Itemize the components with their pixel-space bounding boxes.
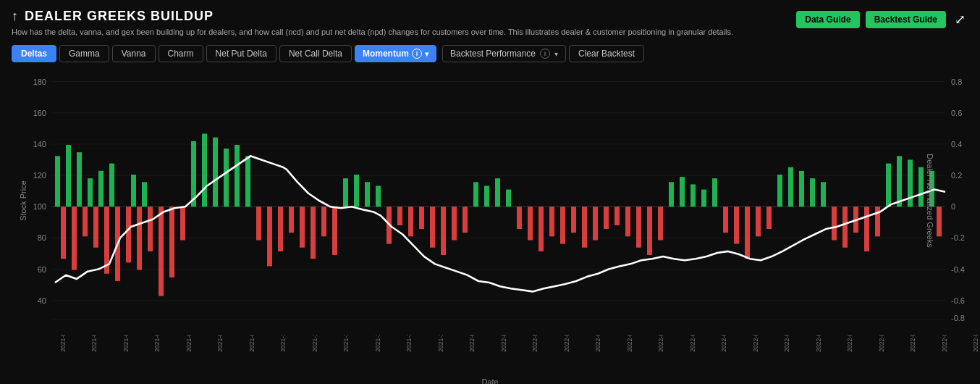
svg-rect-56 <box>300 207 305 249</box>
tab-net-call-delta[interactable]: Net Call Delta <box>279 45 352 62</box>
svg-text:-0.2: -0.2 <box>951 234 965 243</box>
svg-rect-115 <box>937 207 942 237</box>
y-right-axis-label: Dealer Normalized Greeks <box>926 154 934 249</box>
svg-rect-29 <box>88 179 93 207</box>
data-guide-button[interactable]: Data Guide <box>796 11 859 28</box>
svg-rect-100 <box>777 175 782 206</box>
svg-rect-60 <box>343 179 348 207</box>
backtest-label: Backtest Performance <box>450 49 536 59</box>
svg-rect-88 <box>647 207 652 256</box>
page-header: ↑ DEALER GREEKS BUILDUP How has the delt… <box>0 0 980 41</box>
clear-backtest-button[interactable]: Clear Backtest <box>569 45 644 62</box>
x-axis-labels: 2021-07-02 2021-07-19 2021-08-02 2021-08… <box>0 335 980 376</box>
tab-momentum[interactable]: Momentum i ▾ <box>355 45 436 62</box>
svg-rect-66 <box>408 207 413 237</box>
svg-rect-84 <box>604 207 609 230</box>
svg-rect-87 <box>636 207 641 249</box>
svg-rect-102 <box>799 171 804 206</box>
svg-rect-58 <box>321 207 326 237</box>
page-title: ↑ DEALER GREEKS BUILDUP <box>12 9 796 24</box>
tab-deltas[interactable]: Deltas <box>12 45 56 62</box>
svg-rect-76 <box>517 207 522 230</box>
svg-rect-40 <box>126 207 131 263</box>
tab-net-put-delta[interactable]: Net Put Delta <box>206 45 276 62</box>
svg-rect-36 <box>83 207 88 237</box>
svg-rect-26 <box>55 156 60 207</box>
svg-rect-55 <box>289 207 294 233</box>
momentum-chevron-icon: ▾ <box>425 50 428 58</box>
svg-text:0: 0 <box>951 203 955 212</box>
svg-rect-35 <box>72 207 77 270</box>
svg-rect-34 <box>61 207 66 259</box>
svg-rect-97 <box>745 207 750 259</box>
svg-rect-52 <box>256 207 261 241</box>
svg-rect-65 <box>397 207 402 226</box>
svg-text:160: 160 <box>33 109 46 117</box>
tab-gamma[interactable]: Gamma <box>59 45 109 62</box>
svg-rect-48 <box>213 138 218 207</box>
svg-rect-73 <box>484 186 489 207</box>
svg-rect-53 <box>267 207 272 267</box>
momentum-label: Momentum <box>363 49 409 59</box>
svg-text:180: 180 <box>33 78 46 86</box>
svg-rect-30 <box>98 171 104 206</box>
svg-rect-81 <box>571 207 576 233</box>
subtitle-text: How has the delta, vanna, and gex been b… <box>12 27 796 38</box>
svg-rect-78 <box>538 207 544 252</box>
svg-rect-43 <box>159 207 164 296</box>
backtest-guide-button[interactable]: Backtest Guide <box>866 11 946 28</box>
expand-button[interactable]: ⤢ <box>952 9 968 30</box>
svg-rect-63 <box>376 186 381 207</box>
svg-text:0.2: 0.2 <box>951 171 962 180</box>
svg-text:-0.4: -0.4 <box>951 265 965 274</box>
svg-rect-28 <box>77 153 82 207</box>
title-text: DEALER GREEKS BUILDUP <box>25 9 214 24</box>
tab-vanna[interactable]: Vanna <box>112 45 156 62</box>
svg-rect-94 <box>712 179 717 207</box>
svg-rect-75 <box>506 190 511 207</box>
svg-rect-42 <box>148 207 153 252</box>
svg-rect-83 <box>593 207 598 241</box>
x-label-29: 2022-08-26 <box>972 335 980 352</box>
svg-rect-99 <box>766 207 772 230</box>
svg-rect-92 <box>690 185 696 207</box>
svg-text:60: 60 <box>38 265 46 274</box>
svg-rect-82 <box>582 207 587 249</box>
svg-rect-57 <box>311 207 316 259</box>
momentum-info-icon: i <box>412 49 422 59</box>
svg-rect-68 <box>430 207 435 249</box>
svg-rect-45 <box>180 207 185 241</box>
svg-text:0.4: 0.4 <box>951 140 962 149</box>
svg-rect-106 <box>842 207 848 249</box>
svg-text:100: 100 <box>33 203 46 212</box>
svg-rect-62 <box>365 183 370 207</box>
svg-rect-31 <box>109 164 114 207</box>
svg-text:0.8: 0.8 <box>951 78 962 86</box>
svg-rect-90 <box>669 183 674 207</box>
tab-charm[interactable]: Charm <box>159 45 203 62</box>
backtest-chevron-icon: ▾ <box>554 50 558 58</box>
svg-rect-91 <box>680 178 685 207</box>
svg-rect-105 <box>832 207 837 241</box>
backtest-info-icon: i <box>540 49 550 59</box>
svg-rect-80 <box>560 207 565 244</box>
svg-rect-86 <box>625 207 630 237</box>
svg-rect-79 <box>549 207 554 237</box>
svg-rect-112 <box>908 160 913 207</box>
svg-text:140: 140 <box>33 140 46 149</box>
tab-bar: Deltas Gamma Vanna Charm Net Put Delta N… <box>0 41 980 67</box>
svg-rect-110 <box>886 164 891 207</box>
svg-rect-51 <box>245 156 250 207</box>
svg-rect-103 <box>810 179 815 207</box>
chart-container: Stock Price Dealer Normalized Greeks 180… <box>0 67 980 335</box>
svg-rect-95 <box>723 207 728 233</box>
y-left-axis-label: Stock Price <box>19 181 28 222</box>
x-axis-title: Date <box>481 377 498 384</box>
backtest-performance-button[interactable]: Backtest Performance i ▾ <box>442 45 566 62</box>
svg-rect-33 <box>142 183 147 207</box>
svg-text:0.6: 0.6 <box>951 109 962 117</box>
svg-rect-59 <box>332 207 337 256</box>
svg-rect-50 <box>235 145 240 206</box>
svg-rect-85 <box>614 207 620 226</box>
svg-text:80: 80 <box>38 234 46 243</box>
